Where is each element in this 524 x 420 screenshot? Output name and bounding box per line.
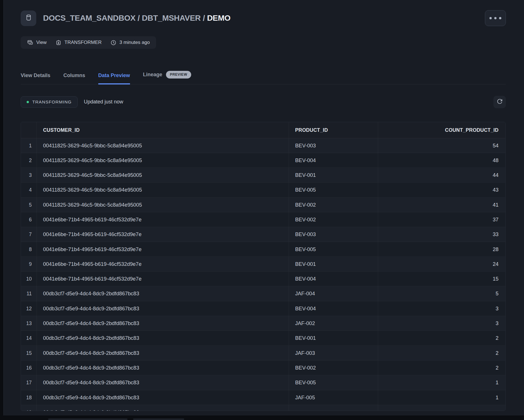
table-row[interactable]: 5 00411825-3629-46c5-9bbc-5c8a94e95005 B… bbox=[21, 198, 505, 212]
row-number-cell: 14 bbox=[21, 331, 37, 345]
count-product-id-cell: 2 bbox=[378, 360, 505, 375]
page-title-path: DOCS_TEAM_SANDBOX / DBT_MSHAVER / bbox=[43, 14, 207, 22]
row-number-cell: 19 bbox=[21, 405, 37, 411]
clipped-content-artifact bbox=[133, 419, 184, 420]
table-row[interactable]: 10 0041e6be-71b4-4965-b619-46cf532d9e7e … bbox=[21, 271, 505, 286]
updated-text: Updated just now bbox=[84, 99, 123, 105]
bottom-edge-strip bbox=[0, 415, 524, 420]
table-row[interactable]: 6 0041e6be-71b4-4965-b619-46cf532d9e7e B… bbox=[21, 212, 505, 227]
customer-id-cell: 00db3cf7-d5e9-4dc4-8dc9-2bdfd867bc83 bbox=[37, 360, 289, 375]
table-row[interactable]: 15 00db3cf7-d5e9-4dc4-8dc9-2bdfd867bc83 … bbox=[21, 346, 505, 360]
status-row: TRANSFORMING Updated just now bbox=[21, 96, 506, 108]
row-number-cell: 10 bbox=[21, 271, 37, 286]
count-product-id-cell: 41 bbox=[378, 198, 505, 212]
count-product-id-cell: 1 bbox=[378, 375, 505, 390]
customer-id-cell: 00411825-3629-46c5-9bbc-5c8a94e95005 bbox=[37, 153, 289, 168]
meta-updated-label: 3 minutes ago bbox=[120, 40, 150, 45]
product-id-cell: BEV-002 bbox=[289, 360, 378, 375]
table-row[interactable]: 12 00db3cf7-d5e9-4dc4-8dc9-2bdfd867bc83 … bbox=[21, 301, 505, 316]
count-product-id-cell: 43 bbox=[378, 183, 505, 197]
column-header-product-id: PRODUCT_ID bbox=[289, 122, 378, 138]
row-number-cell: 6 bbox=[21, 212, 37, 227]
status-badge-label: TRANSFORMING bbox=[32, 99, 72, 105]
table-header-row: CUSTOMER_ID PRODUCT_ID COUNT_PRODUCT_ID bbox=[21, 122, 505, 138]
row-number-cell: 4 bbox=[21, 183, 37, 197]
row-number-cell: 16 bbox=[21, 360, 37, 375]
table-row[interactable]: 1 00411825-3629-46c5-9bbc-5c8a94e95005 B… bbox=[21, 138, 505, 153]
product-id-cell: BEV-005 bbox=[289, 242, 378, 257]
table-row[interactable]: 16 00db3cf7-d5e9-4dc4-8dc9-2bdfd867bc83 … bbox=[21, 360, 505, 375]
count-product-id-cell: 2 bbox=[378, 331, 505, 345]
refresh-button[interactable] bbox=[493, 96, 506, 108]
tab-data-preview[interactable]: Data Preview bbox=[98, 73, 130, 84]
page-title: DOCS_TEAM_SANDBOX / DBT_MSHAVER / DEMO bbox=[43, 14, 231, 23]
table-row[interactable]: 11 00db3cf7-d5e9-4dc4-8dc9-2bdfd867bc83 … bbox=[21, 286, 505, 301]
product-id-cell: BEV-003 bbox=[289, 227, 378, 242]
customer-id-cell: 00db3cf7-d5e9-4dc4-8dc9-2bdfd867bc83 bbox=[37, 390, 289, 405]
product-id-cell: JAF-005 bbox=[289, 390, 378, 405]
count-product-id-cell: 15 bbox=[378, 271, 505, 286]
table-row[interactable]: 3 00411825-3629-46c5-9bbc-5c8a94e95005 B… bbox=[21, 168, 505, 183]
row-number-cell: 17 bbox=[21, 375, 37, 390]
customer-id-cell: 0041e6be-71b4-4965-b619-46cf532d9e7e bbox=[37, 242, 289, 257]
table-row[interactable]: 17 00db3cf7-d5e9-4dc4-8dc9-2bdfd867bc83 … bbox=[21, 375, 505, 390]
tab-lineage-label: Lineage bbox=[143, 72, 162, 78]
count-product-id-cell: 24 bbox=[378, 257, 505, 271]
clock-icon bbox=[110, 39, 117, 46]
refresh-icon bbox=[497, 98, 503, 106]
count-product-id-cell: 33 bbox=[378, 227, 505, 242]
product-id-cell: BEV-005 bbox=[289, 183, 378, 197]
table-row[interactable]: 14 00db3cf7-d5e9-4dc4-8dc9-2bdfd867bc83 … bbox=[21, 331, 505, 345]
table-row[interactable]: 2 00411825-3629-46c5-9bbc-5c8a94e95005 B… bbox=[21, 153, 505, 168]
customer-id-cell: 00411825-3629-46c5-9bbc-5c8a94e95005 bbox=[37, 138, 289, 153]
tab-view-details[interactable]: View Details bbox=[21, 73, 50, 84]
customer-id-cell: 00db3cf7-d5e9-4dc4-8dc9-2bdfd867bc83 bbox=[37, 331, 289, 345]
object-detail-panel: DOCS_TEAM_SANDBOX / DBT_MSHAVER / DEMO V… bbox=[3, 0, 524, 415]
count-product-id-cell: 3 bbox=[378, 316, 505, 331]
row-number-cell: 8 bbox=[21, 242, 37, 257]
row-number-header bbox=[21, 122, 37, 138]
product-id-cell: BEV-002 bbox=[289, 198, 378, 212]
count-product-id-cell bbox=[378, 405, 505, 411]
product-id-cell: JAF-003 bbox=[289, 346, 378, 360]
meta-bar: View TRANSFORMER 3 minutes ago bbox=[21, 36, 156, 49]
column-header-count-product-id: COUNT_PRODUCT_ID bbox=[378, 122, 505, 138]
table-row[interactable]: 19 00db3cf7-d5e9-4dc4-8dc9-2bdfd867bc83 bbox=[21, 405, 505, 411]
more-actions-button[interactable] bbox=[485, 10, 506, 26]
row-number-cell: 12 bbox=[21, 301, 37, 316]
row-number-cell: 7 bbox=[21, 227, 37, 242]
tab-columns-label: Columns bbox=[63, 73, 85, 79]
tab-columns[interactable]: Columns bbox=[63, 73, 85, 84]
page-title-name: DEMO bbox=[207, 14, 231, 22]
count-product-id-cell: 44 bbox=[378, 168, 505, 183]
preview-badge: PREVIEW bbox=[166, 71, 191, 79]
customer-id-cell: 00db3cf7-d5e9-4dc4-8dc9-2bdfd867bc83 bbox=[37, 301, 289, 316]
count-product-id-cell: 48 bbox=[378, 153, 505, 168]
table-row[interactable]: 13 00db3cf7-d5e9-4dc4-8dc9-2bdfd867bc83 … bbox=[21, 316, 505, 331]
product-id-cell: BEV-002 bbox=[289, 212, 378, 227]
table-row[interactable]: 8 0041e6be-71b4-4965-b619-46cf532d9e7e B… bbox=[21, 242, 505, 257]
count-product-id-cell: 2 bbox=[378, 346, 505, 360]
customer-id-cell: 00411825-3629-46c5-9bbc-5c8a94e95005 bbox=[37, 183, 289, 197]
product-id-cell bbox=[289, 405, 378, 411]
product-id-cell: BEV-005 bbox=[289, 375, 378, 390]
count-product-id-cell: 54 bbox=[378, 138, 505, 153]
table-row[interactable]: 7 0041e6be-71b4-4965-b619-46cf532d9e7e B… bbox=[21, 227, 505, 242]
row-number-cell: 5 bbox=[21, 198, 37, 212]
product-id-cell: JAF-002 bbox=[289, 316, 378, 331]
badge-person-icon bbox=[55, 39, 62, 46]
meta-object-type: View bbox=[27, 39, 47, 46]
table-row[interactable]: 4 00411825-3629-46c5-9bbc-5c8a94e95005 B… bbox=[21, 183, 505, 197]
tab-lineage[interactable]: Lineage PREVIEW bbox=[143, 71, 191, 84]
row-number-cell: 3 bbox=[21, 168, 37, 183]
product-id-cell: BEV-001 bbox=[289, 331, 378, 345]
table-row[interactable]: 18 00db3cf7-d5e9-4dc4-8dc9-2bdfd867bc83 … bbox=[21, 390, 505, 405]
row-number-cell: 15 bbox=[21, 346, 37, 360]
view-layers-icon bbox=[27, 39, 33, 46]
row-number-cell: 9 bbox=[21, 257, 37, 271]
table-row[interactable]: 9 0041e6be-71b4-4965-b619-46cf532d9e7e B… bbox=[21, 257, 505, 271]
count-product-id-cell: 37 bbox=[378, 212, 505, 227]
count-product-id-cell: 3 bbox=[378, 301, 505, 316]
database-icon bbox=[25, 14, 32, 22]
meta-role: TRANSFORMER bbox=[55, 39, 102, 46]
